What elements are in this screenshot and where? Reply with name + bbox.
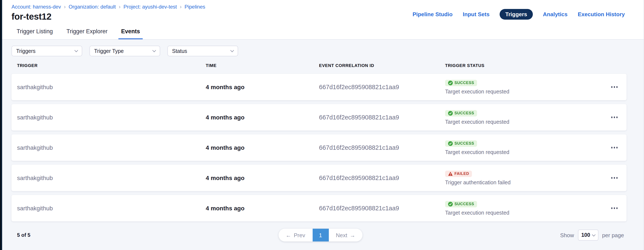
more-options-button[interactable]: [609, 205, 620, 211]
nav-pipeline-studio[interactable]: Pipeline Studio: [412, 11, 452, 18]
status-message: Trigger authentication failed: [445, 179, 600, 185]
status-badge-label: SUCCESS: [454, 202, 474, 206]
column-header-trigger-status: TRIGGER STATUS: [445, 63, 600, 68]
more-options-button[interactable]: [609, 175, 620, 181]
chevron-down-icon: [592, 233, 596, 236]
table-row[interactable]: sarthakgithub 4 months ago 667d16f2ec895…: [12, 134, 626, 161]
status-badge-label: FAILED: [454, 172, 469, 176]
page-size-select[interactable]: 100: [578, 229, 598, 241]
trigger-status-cell: SUCCESS Target execution requested: [445, 134, 600, 161]
trigger-name: sarthakgithub: [17, 205, 206, 212]
event-correlation-id: 667d16f2ec895908821c1aa9: [319, 114, 445, 121]
event-time: 4 months ago: [206, 114, 319, 121]
prev-label: Prev: [294, 232, 305, 238]
column-header-trigger: TRIGGER: [17, 63, 206, 68]
trigger-status-cell: SUCCESS Target execution requested: [445, 74, 600, 100]
status-filter-label: Status: [172, 48, 187, 54]
status-filter-dropdown[interactable]: Status: [168, 46, 238, 56]
next-page-button[interactable]: Next →: [328, 229, 362, 241]
pipeline-nav: Pipeline Studio Input Sets Triggers Anal…: [412, 9, 625, 20]
screen: Account: harness-dev › Organization: def…: [0, 0, 644, 250]
table-row[interactable]: sarthakgithub 4 months ago 667d16f2ec895…: [12, 104, 626, 131]
per-page-label: per page: [602, 232, 624, 238]
trigger-name: sarthakgithub: [17, 84, 206, 90]
chevron-down-icon: [230, 49, 234, 52]
trigger-name: sarthakgithub: [17, 144, 206, 151]
failed-warning-icon: [448, 171, 453, 176]
event-rows: sarthakgithub 4 months ago 667d16f2ec895…: [12, 74, 626, 221]
column-header-time: TIME: [206, 63, 319, 68]
chevron-separator-icon: ›: [119, 4, 120, 10]
left-nav-rail: [0, 0, 2, 250]
nav-triggers[interactable]: Triggers: [500, 9, 533, 20]
page-size-group: Show 100 per page: [560, 229, 624, 241]
trigger-type-filter-label: Trigger Type: [94, 48, 124, 54]
filter-bar: Triggers Trigger Type Status: [12, 46, 626, 56]
chevron-down-icon: [152, 49, 156, 52]
breadcrumb-project[interactable]: Project: ayushi-dev-test: [124, 4, 177, 10]
events-content: Triggers Trigger Type Status TRIGGER TIM…: [2, 40, 644, 250]
table-row[interactable]: sarthakgithub 4 months ago 667d16f2ec895…: [12, 165, 626, 191]
event-correlation-id: 667d16f2ec895908821c1aa9: [319, 205, 445, 212]
status-message: Target execution requested: [445, 119, 600, 125]
event-correlation-id: 667d16f2ec895908821c1aa9: [319, 144, 445, 151]
tab-trigger-explorer[interactable]: Trigger Explorer: [64, 24, 110, 39]
success-check-icon: [448, 141, 453, 146]
table-row[interactable]: sarthakgithub 4 months ago 667d16f2ec895…: [12, 74, 626, 100]
chevron-separator-icon: ›: [180, 4, 182, 10]
triggers-filter-dropdown[interactable]: Triggers: [12, 46, 82, 56]
status-badge: FAILED: [445, 170, 472, 177]
trigger-status-cell: FAILED Trigger authentication failed: [445, 165, 600, 191]
success-check-icon: [448, 111, 453, 115]
table-header: TRIGGER TIME EVENT CORRELATION ID TRIGGE…: [12, 61, 626, 70]
status-message: Target execution requested: [445, 149, 600, 155]
trigger-type-filter-dropdown[interactable]: Trigger Type: [90, 46, 160, 56]
prev-page-button[interactable]: ← Prev: [278, 229, 312, 241]
show-label: Show: [560, 232, 574, 238]
next-label: Next: [336, 232, 347, 238]
page-number-button[interactable]: 1: [312, 229, 328, 241]
status-badge-label: SUCCESS: [454, 141, 474, 146]
more-options-button[interactable]: [609, 114, 620, 120]
status-badge-label: SUCCESS: [454, 111, 474, 115]
breadcrumb-pipelines[interactable]: Pipelines: [184, 4, 205, 10]
trigger-status-cell: SUCCESS Target execution requested: [445, 104, 600, 131]
breadcrumb-organization[interactable]: Organization: default: [68, 4, 116, 10]
tab-events[interactable]: Events: [118, 24, 143, 39]
pagination-bar: 5 of 5 ← Prev 1 Next → Show 100: [12, 228, 626, 242]
event-time: 4 months ago: [206, 175, 319, 181]
table-row[interactable]: sarthakgithub 4 months ago 667d16f2ec895…: [12, 195, 626, 221]
column-header-event-correlation-id: EVENT CORRELATION ID: [319, 63, 445, 68]
trigger-status-cell: SUCCESS Target execution requested: [445, 195, 600, 221]
page-header: Account: harness-dev › Organization: def…: [2, 0, 644, 24]
main-area: Account: harness-dev › Organization: def…: [2, 0, 644, 250]
tab-trigger-listing[interactable]: Trigger Listing: [14, 24, 55, 39]
event-time: 4 months ago: [206, 84, 319, 90]
more-options-button[interactable]: [609, 84, 620, 90]
status-badge: SUCCESS: [445, 201, 477, 207]
nav-input-sets[interactable]: Input Sets: [463, 11, 490, 18]
status-message: Target execution requested: [445, 210, 600, 216]
app-window: Account: harness-dev › Organization: def…: [0, 0, 644, 250]
status-badge: SUCCESS: [445, 110, 477, 116]
chevron-down-icon: [74, 49, 78, 52]
success-check-icon: [448, 202, 453, 206]
chevron-separator-icon: ›: [64, 4, 66, 10]
nav-execution-history[interactable]: Execution History: [578, 11, 625, 18]
status-badge: SUCCESS: [445, 140, 477, 147]
results-summary: 5 of 5: [17, 232, 278, 238]
nav-analytics[interactable]: Analytics: [543, 11, 568, 18]
breadcrumb-account[interactable]: Account: harness-dev: [12, 4, 61, 10]
page-size-value: 100: [581, 232, 590, 238]
event-correlation-id: 667d16f2ec895908821c1aa9: [319, 84, 445, 90]
more-options-button[interactable]: [609, 145, 620, 151]
trigger-name: sarthakgithub: [17, 114, 206, 121]
prev-arrow-icon: ←: [286, 232, 291, 238]
tab-bar: Trigger Listing Trigger Explorer Events: [2, 24, 644, 40]
event-time: 4 months ago: [206, 144, 319, 151]
event-correlation-id: 667d16f2ec895908821c1aa9: [319, 175, 445, 181]
success-check-icon: [448, 80, 453, 85]
status-message: Target execution requested: [445, 88, 600, 94]
status-badge: SUCCESS: [445, 80, 477, 86]
event-time: 4 months ago: [206, 205, 319, 212]
